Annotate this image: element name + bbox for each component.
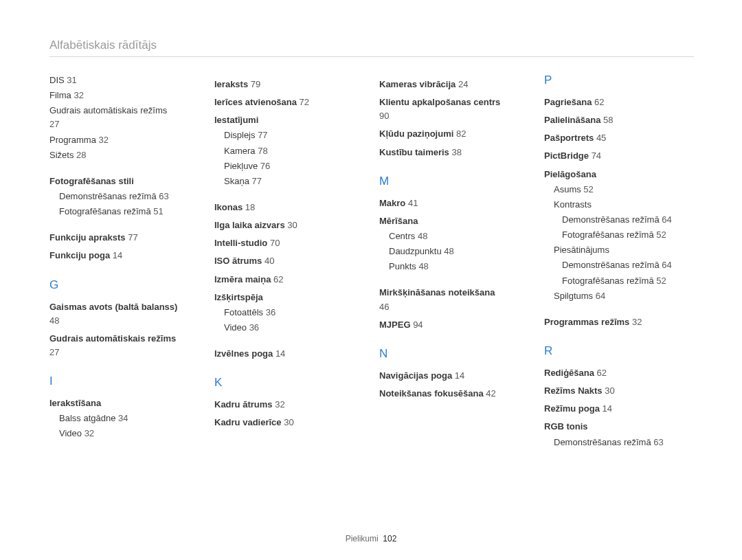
entry-text: Kļūdu paziņojumi — [379, 128, 453, 139]
entry-page: 64 — [596, 291, 605, 301]
footer-label: Pielikumi — [346, 534, 379, 544]
entry-text: Demonstrēšanas režīmā — [554, 437, 651, 447]
index-entry-bold: Navigācijas poga 14 — [379, 369, 529, 383]
index-entry-bold: Pagriešana 62 — [544, 96, 694, 109]
index-entry: Sižets 28 — [49, 148, 199, 162]
entry-text: Fotografēšanas režīmā — [562, 229, 654, 240]
entry-text: ISO ātrums — [214, 256, 262, 266]
entry-text: Demonstrēšanas režīmā — [562, 214, 660, 225]
entry-page: 14 — [113, 250, 122, 260]
index-entry-bold: Izšķirtspēja — [214, 291, 364, 304]
entry-text: DIS — [49, 75, 65, 85]
index-subentry: Fotoattēls 36 — [224, 306, 364, 320]
entry-page: 28 — [76, 150, 86, 160]
entry-text: PictBridge — [544, 150, 589, 161]
entry-text: Izvēlnes poga — [214, 348, 273, 359]
entry-page: 52 — [656, 229, 666, 240]
spacer — [214, 336, 364, 343]
entry-text: Fotografēšanas režīmā — [59, 206, 151, 216]
index-letter: R — [544, 344, 694, 358]
index-subentry: Demonstrēšanas režīmā 63 — [59, 190, 199, 203]
index-subentry: Fotografēšanas režīmā 51 — [59, 205, 199, 219]
entry-page: 38 — [451, 147, 461, 157]
index-subentry: Spilgtums 64 — [554, 289, 694, 303]
index-letter: K — [214, 376, 364, 390]
entry-page: 48 — [418, 231, 427, 241]
entry-page: 74 — [592, 150, 601, 161]
index-entry-bold: RGB tonis — [544, 420, 694, 434]
entry-text: Izšķirtspēja — [214, 292, 263, 302]
index-subentry: Daudzpunktu 48 — [389, 245, 529, 258]
entry-text: Pielāgošana — [544, 169, 596, 179]
entry-page: 32 — [85, 428, 94, 438]
entry-page: 46 — [379, 302, 389, 312]
entry-page: 36 — [266, 307, 276, 317]
index-entry-bold: Iestatījumi — [214, 113, 364, 127]
entry-page: 32 — [632, 317, 642, 327]
page-header: Alfabētiskais rādītājs — [49, 38, 694, 57]
entry-text: Video — [59, 428, 82, 438]
entry-text: Programmas režīms — [544, 317, 629, 327]
index-entry-bold: Mērīšana — [379, 214, 529, 228]
entry-text: MJPEG — [379, 320, 411, 330]
entry-text: Kustību taimeris — [379, 147, 449, 157]
entry-page: 77 — [128, 232, 137, 243]
entry-page: 30 — [605, 385, 614, 396]
index-letter: P — [544, 74, 694, 87]
index-subentry: Video 32 — [59, 427, 199, 440]
entry-page: 52 — [583, 184, 593, 194]
column-3: Kameras vibrācija 24Klientu apkalpošanas… — [379, 74, 529, 451]
index-entry-bold: Ikonas 18 — [214, 201, 364, 214]
entry-text: Klientu apkalpošanas centrs — [379, 97, 500, 107]
index-entry-bold: Makro 41 — [379, 197, 529, 210]
entry-text: Pagriešana — [544, 97, 592, 107]
index-entry-bold: Gaismas avots (baltā balanss)48 — [49, 300, 199, 328]
index-subentry: Piesātinājums — [554, 243, 694, 257]
index-letter: I — [49, 374, 199, 388]
entry-text: Kadru ātrums — [214, 399, 273, 410]
entry-page: 18 — [245, 202, 255, 212]
index-subentry: Demonstrēšanas režīmā 64 — [562, 213, 694, 227]
entry-text: Fotoattēls — [224, 307, 263, 317]
entry-page: 70 — [270, 238, 280, 248]
index-entry-bold: Pašportrets 45 — [544, 131, 694, 145]
entry-text: Noteikšanas fokusēšana — [379, 388, 484, 399]
entry-text: Makro — [379, 198, 405, 208]
index-entry-bold: PictBridge 74 — [544, 149, 694, 163]
entry-text: Iestatījumi — [214, 115, 258, 125]
entry-page: 30 — [287, 220, 297, 230]
entry-text: Gudrais automātiskais režīms — [49, 105, 167, 115]
index-entry-bold: Palielināšana 58 — [544, 113, 694, 127]
entry-page: 34 — [118, 413, 128, 423]
entry-page: 64 — [662, 214, 671, 225]
entry-page: 63 — [159, 191, 168, 201]
index-entry-bold: Ilga laika aizvars 30 — [214, 219, 364, 232]
index-subentry: Kamera 78 — [224, 144, 364, 158]
entry-text: Rediģēšana — [544, 368, 594, 378]
entry-page: 62 — [594, 97, 604, 107]
index-subentry: Centrs 48 — [389, 229, 529, 243]
entry-page: 72 — [300, 97, 309, 107]
entry-page: 32 — [275, 399, 284, 410]
index-entry-bold: Kustību taimeris 38 — [379, 146, 529, 159]
entry-page: 64 — [662, 260, 671, 270]
entry-text: Kontrasts — [554, 199, 592, 210]
spacer — [379, 275, 529, 282]
entry-page: 79 — [251, 79, 260, 89]
index-entry-bold: Ierīces atvienošana 72 — [214, 96, 364, 109]
index-entry-bold: Kameras vibrācija 24 — [379, 78, 529, 91]
entry-text: Ikonas — [214, 202, 243, 212]
column-1: DIS 31Filma 32Gudrais automātiskais režī… — [49, 74, 199, 451]
column-2: Ieraksts 79Ierīces atvienošana 72Iestatī… — [214, 74, 364, 451]
entry-text: Fotografēšanas režīmā — [562, 276, 654, 286]
entry-page: 58 — [603, 115, 613, 125]
entry-page: 14 — [276, 348, 285, 359]
entry-text: Sižets — [49, 150, 74, 160]
entry-text: Piesātinājums — [554, 245, 609, 255]
entry-page: 62 — [597, 368, 607, 378]
entry-page: 90 — [379, 111, 389, 121]
column-4: PPagriešana 62Palielināšana 58Pašportret… — [544, 74, 694, 451]
entry-text: Spilgtums — [554, 291, 593, 301]
entry-page: 77 — [258, 130, 267, 140]
entry-page: 27 — [49, 347, 59, 357]
